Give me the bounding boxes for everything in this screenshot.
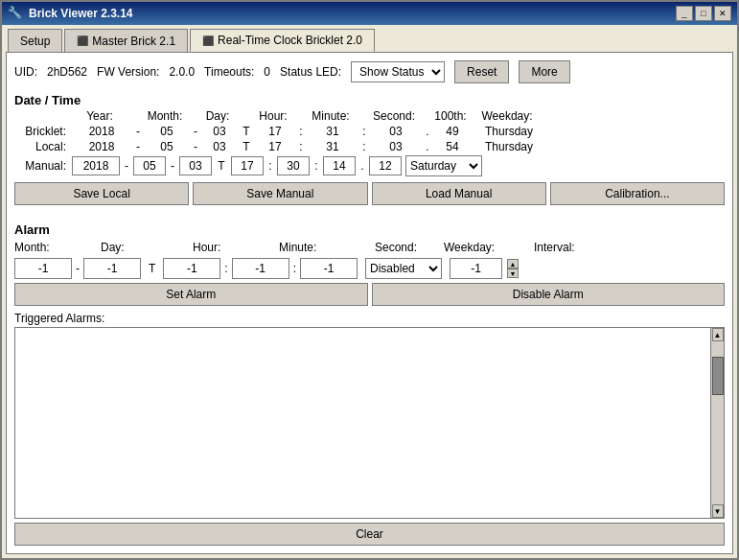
- triggered-box: ▲ ▼: [14, 327, 725, 519]
- manual-weekday-select[interactable]: Saturday Sunday Monday Tuesday Wednesday…: [405, 155, 482, 176]
- bricklet-hundredth: 49: [434, 125, 471, 138]
- bricklet-dot: .: [421, 125, 434, 138]
- title-bar: 🔧 Brick Viewer 2.3.14 _ □ ✕: [2, 2, 737, 25]
- manual-year-input[interactable]: [72, 156, 120, 175]
- manual-hundredth-input[interactable]: [369, 156, 402, 175]
- scrollbar-thumb[interactable]: [712, 357, 724, 395]
- alarm-sep1: -: [76, 262, 80, 275]
- bricklet-t: T: [237, 125, 256, 138]
- local-second: 03: [371, 140, 421, 153]
- bricklet-day: 03: [202, 125, 237, 138]
- alarm-interval-up[interactable]: ▲: [507, 259, 519, 268]
- local-month: 05: [145, 140, 189, 153]
- timeouts-label: Timeouts:: [204, 65, 254, 79]
- tab-master-brick[interactable]: ⬛ Master Brick 2.1: [64, 29, 188, 52]
- manual-hour-input[interactable]: [231, 156, 264, 175]
- alarm-header-day: Day:: [101, 241, 166, 254]
- bricklet-colon1: :: [294, 125, 308, 138]
- save-local-button[interactable]: Save Local: [14, 182, 189, 205]
- alarm-interval-down[interactable]: ▼: [507, 268, 519, 278]
- tab-master-brick-icon: ⬛: [77, 35, 88, 46]
- tab-rtc[interactable]: ⬛ Real-Time Clock Bricklet 2.0: [190, 29, 375, 52]
- manual-t: T: [212, 159, 231, 173]
- reset-button[interactable]: Reset: [454, 60, 509, 83]
- datetime-header-row: Year: Month: Day: Hour: Minute: Second: …: [70, 109, 725, 123]
- bricklet-month: 05: [145, 125, 189, 138]
- manual-colon2: :: [310, 159, 323, 173]
- local-colon2: :: [358, 140, 371, 153]
- tab-setup-label: Setup: [20, 35, 50, 48]
- bricklet-label: Bricklet:: [14, 125, 72, 138]
- title-buttons: _ □ ✕: [676, 6, 731, 21]
- alarm-interval-input[interactable]: [450, 258, 502, 279]
- title-bar-left: 🔧 Brick Viewer 2.3.14: [8, 6, 133, 21]
- alarm-header-minute: Minute:: [279, 241, 354, 254]
- manual-sep1: -: [120, 159, 133, 173]
- local-colon1: :: [294, 140, 308, 153]
- tab-bar: Setup ⬛ Master Brick 2.1 ⬛ Real-Time Clo…: [2, 25, 737, 52]
- calibration-button[interactable]: Calibration...: [550, 182, 725, 205]
- header-minute: Minute:: [306, 109, 356, 123]
- header-month: Month:: [143, 109, 187, 123]
- disable-alarm-button[interactable]: Disable Alarm: [372, 283, 726, 306]
- bricklet-year: 2018: [72, 125, 131, 138]
- status-led-select[interactable]: Show Status Off On Heartbeat: [351, 61, 445, 82]
- header-day: Day:: [200, 109, 235, 123]
- tab-rtc-label: Real-Time Clock Bricklet 2.0: [218, 34, 362, 47]
- more-button[interactable]: More: [519, 60, 569, 83]
- bricklet-sep1: -: [131, 125, 145, 138]
- clear-button-row: Clear: [14, 523, 725, 546]
- local-sep1: -: [131, 140, 145, 153]
- header-second: Second:: [369, 109, 419, 123]
- app-icon: 🔧: [8, 6, 23, 21]
- datetime-title: Date / Time: [14, 93, 725, 107]
- alarm-minute-input[interactable]: [232, 258, 289, 279]
- triggered-label: Triggered Alarms:: [14, 312, 725, 325]
- bricklet-hour: 17: [256, 125, 294, 138]
- info-bar: UID: 2hD562 FW Version: 2.0.0 Timeouts: …: [14, 60, 725, 83]
- fw-label: FW Version:: [97, 65, 159, 79]
- close-button[interactable]: ✕: [714, 6, 731, 21]
- minimize-button[interactable]: _: [676, 6, 693, 21]
- header-100th: 100th:: [432, 109, 469, 123]
- local-sep2: -: [189, 140, 202, 153]
- alarm-month-input[interactable]: [14, 258, 72, 279]
- manual-second-input[interactable]: [323, 156, 356, 175]
- local-weekday: Thursday: [471, 140, 547, 153]
- scrollbar-up-button[interactable]: ▲: [712, 328, 724, 341]
- manual-day-input[interactable]: [179, 156, 212, 175]
- load-manual-button[interactable]: Load Manual: [372, 182, 546, 205]
- manual-sep2: -: [166, 159, 179, 173]
- set-alarm-button[interactable]: Set Alarm: [14, 283, 368, 306]
- manual-month-input[interactable]: [133, 156, 166, 175]
- timeouts-value: 0: [264, 65, 270, 79]
- scrollbar-down-button[interactable]: ▼: [712, 504, 724, 518]
- main-panel: UID: 2hD562 FW Version: 2.0.0 Timeouts: …: [6, 52, 733, 554]
- tab-setup[interactable]: Setup: [8, 29, 62, 52]
- local-day: 03: [202, 140, 237, 153]
- tab-master-brick-label: Master Brick 2.1: [92, 35, 175, 48]
- bricklet-colon2: :: [358, 125, 371, 138]
- save-manual-button[interactable]: Save Manual: [193, 182, 367, 205]
- bricklet-weekday: Thursday: [471, 125, 547, 138]
- alarm-interval-spinners: ▲ ▼: [507, 259, 519, 278]
- maximize-button[interactable]: □: [695, 6, 712, 21]
- triggered-section: Triggered Alarms: ▲ ▼ Clear: [14, 312, 725, 546]
- alarm-hour-input[interactable]: [163, 258, 220, 279]
- manual-minute-input[interactable]: [277, 156, 310, 175]
- local-minute: 31: [308, 140, 358, 153]
- alarm-day-input[interactable]: [83, 258, 141, 279]
- local-hour: 17: [256, 140, 294, 153]
- alarm-title: Alarm: [14, 222, 725, 237]
- bricklet-second: 03: [371, 125, 421, 138]
- alarm-colon2: :: [293, 262, 296, 275]
- window-title: Brick Viewer 2.3.14: [29, 7, 133, 20]
- alarm-second-input[interactable]: [300, 258, 358, 279]
- main-window: 🔧 Brick Viewer 2.3.14 _ □ ✕ Setup ⬛ Mast…: [0, 0, 739, 560]
- alarm-header-row: Month: Day: Hour: Minute: Second: Weekda…: [14, 241, 725, 254]
- alarm-weekday-select[interactable]: Disabled Monday Tuesday Wednesday Thursd…: [365, 258, 442, 279]
- clear-button[interactable]: Clear: [14, 523, 725, 546]
- alarm-header-interval: Interval:: [534, 241, 591, 254]
- alarm-header-second: Second:: [375, 241, 440, 254]
- manual-dot: .: [356, 159, 369, 173]
